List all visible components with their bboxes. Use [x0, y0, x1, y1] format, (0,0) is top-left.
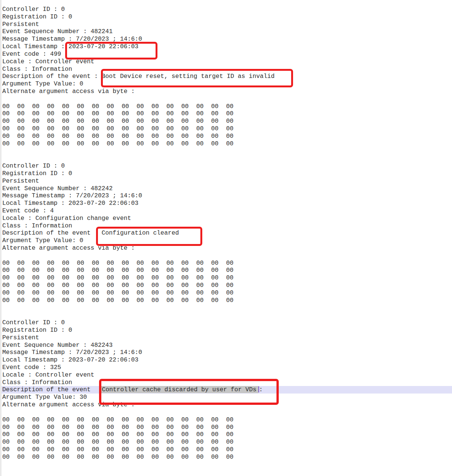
description-line: Description of the event Configuration c… — [2, 229, 452, 237]
log-line: Locale : Controller event — [2, 371, 452, 379]
hex-dump-row: 00 00 00 00 00 00 00 00 00 00 00 00 00 0… — [2, 431, 452, 438]
hex-dump-row: 00 00 00 00 00 00 00 00 00 00 00 00 00 0… — [2, 446, 452, 453]
hex-dump-row: 00 00 00 00 00 00 00 00 00 00 00 00 00 0… — [2, 282, 452, 289]
hex-dump-row: 00 00 00 00 00 00 00 00 00 00 00 00 00 0… — [2, 267, 452, 274]
log-line: Local Timestamp : 2023-07-20 22:06:03 — [2, 200, 452, 207]
hex-dump-row: 00 00 00 00 00 00 00 00 00 00 00 00 00 0… — [2, 424, 452, 431]
log-line: Event code : 325 — [2, 364, 452, 371]
log-line: Message Timestamp : 7/20/2023 ; 14:6:0 — [2, 192, 452, 200]
window-left-border — [0, 0, 2, 476]
hex-dump: 00 00 00 00 00 00 00 00 00 00 00 00 00 0… — [2, 259, 452, 304]
annotation-box-boot-device-reset — [101, 69, 293, 87]
event-header-lines: Controller ID : 0Registration ID : 0Pers… — [2, 319, 452, 386]
hex-dump-row: 00 00 00 00 00 00 00 00 00 00 00 00 00 0… — [2, 133, 452, 140]
hex-dump-row: 00 00 00 00 00 00 00 00 00 00 00 00 00 0… — [2, 125, 452, 133]
log-line: Controller ID : 0 — [2, 162, 452, 170]
hex-dump-row: 00 00 00 00 00 00 00 00 00 00 00 00 00 0… — [2, 289, 452, 297]
event-footer-lines: Argument Type Value: 0Alternate argument… — [2, 237, 452, 252]
log-line: Class : Information — [2, 222, 452, 230]
log-line: Locale : Configuration change event — [2, 215, 452, 222]
hex-dump: 00 00 00 00 00 00 00 00 00 00 00 00 00 0… — [2, 416, 452, 461]
hex-dump-row: 00 00 00 00 00 00 00 00 00 00 00 00 00 0… — [2, 274, 452, 282]
log-line: Event code : 4 — [2, 207, 452, 215]
hex-dump: 00 00 00 00 00 00 00 00 00 00 00 00 00 0… — [2, 103, 452, 148]
hex-dump-row: 00 00 00 00 00 00 00 00 00 00 00 00 00 0… — [2, 259, 452, 267]
log-line: Event Sequence Number : 482242 — [2, 185, 452, 192]
event-block-482242: Controller ID : 0Registration ID : 0Pers… — [2, 162, 452, 304]
hex-dump-row: 00 00 00 00 00 00 00 00 00 00 00 00 00 0… — [2, 297, 452, 304]
log-line: Alternate argument access via byte : — [2, 244, 452, 252]
log-line: Argument Type Value: 0 — [2, 237, 452, 244]
hex-dump-row: 00 00 00 00 00 00 00 00 00 00 00 00 00 0… — [2, 140, 452, 148]
hex-dump-row: 00 00 00 00 00 00 00 00 00 00 00 00 00 0… — [2, 438, 452, 446]
hex-dump-row: 00 00 00 00 00 00 00 00 00 00 00 00 00 0… — [2, 103, 452, 110]
annotation-box-local-timestamp — [65, 42, 157, 60]
log-line: Persistent — [2, 177, 452, 185]
log-line: Registration ID : 0 — [2, 170, 452, 177]
hex-dump-row: 00 00 00 00 00 00 00 00 00 00 00 00 00 0… — [2, 110, 452, 117]
event-header-lines: Controller ID : 0Registration ID : 0Pers… — [2, 6, 452, 73]
annotation-box-cache-discarded — [99, 379, 279, 405]
hex-dump-row: 00 00 00 00 00 00 00 00 00 00 00 00 00 0… — [2, 416, 452, 424]
log-line: Persistent — [2, 334, 452, 342]
hex-dump-row: 00 00 00 00 00 00 00 00 00 00 00 00 00 0… — [2, 117, 452, 125]
event-header-lines: Controller ID : 0Registration ID : 0Pers… — [2, 162, 452, 229]
log-line: Registration ID : 0 — [2, 13, 452, 21]
log-line: Event Sequence Number : 482241 — [2, 28, 452, 35]
log-line: Controller ID : 0 — [2, 6, 452, 13]
hex-dump-row: 00 00 00 00 00 00 00 00 00 00 00 00 00 0… — [2, 453, 452, 461]
annotation-box-configuration-cleared — [96, 227, 202, 246]
log-line: Alternate argument access via byte : — [2, 88, 452, 95]
log-line: Event Sequence Number : 482243 — [2, 342, 452, 349]
log-line: Registration ID : 0 — [2, 326, 452, 334]
log-line: Persistent — [2, 21, 452, 28]
log-line: Controller ID : 0 — [2, 319, 452, 326]
description-label: Description of the event — [2, 386, 91, 393]
log-line: Message Timestamp : 7/20/2023 ; 14:6:0 — [2, 349, 452, 356]
log-line: Local Timestamp : 2023-07-20 22:06:03 — [2, 356, 452, 364]
